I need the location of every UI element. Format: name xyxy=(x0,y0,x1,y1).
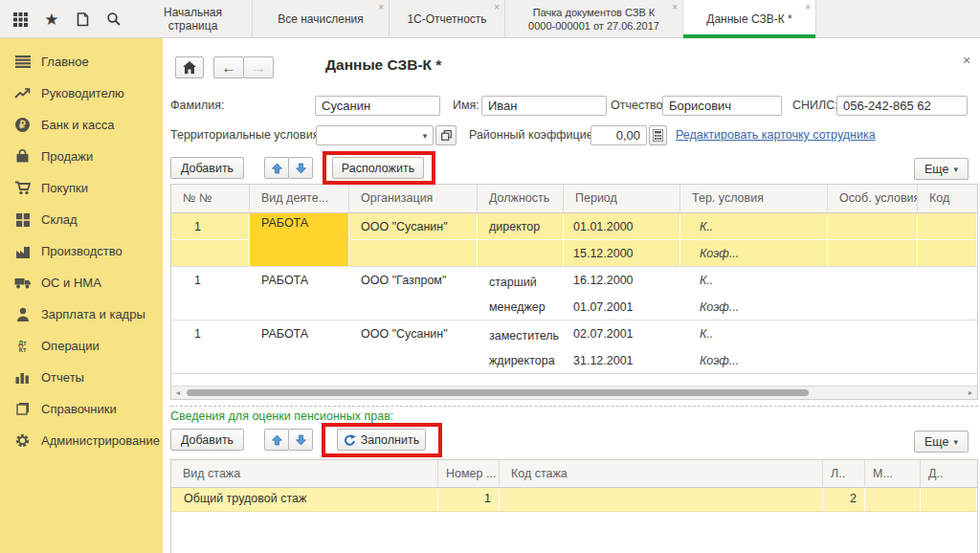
col-header-org[interactable]: Организация xyxy=(349,185,478,212)
territorial-combo[interactable]: ▾ xyxy=(316,125,434,145)
move-up-button[interactable] xyxy=(264,157,289,179)
table-row[interactable]: 1 РАБОТА ООО "Газпром" старший менеджер … xyxy=(171,267,977,321)
tab-1c-reporting[interactable]: 1С-Отчетность × xyxy=(390,0,505,38)
sidebar-item-rukovoditelyu[interactable]: Руководителю xyxy=(0,77,163,109)
sidebar-item-prodazhi[interactable]: Продажи xyxy=(0,141,163,172)
col-header-num[interactable]: № № xyxy=(171,185,250,212)
move-down-button[interactable] xyxy=(288,157,313,179)
territorial-open-button[interactable] xyxy=(435,125,457,145)
col-header-number[interactable]: Номер ... xyxy=(438,460,500,487)
sidebar-item-administrirovanie[interactable]: Администрирование xyxy=(0,425,163,456)
cell-period-start[interactable]: 02.07.2001 xyxy=(564,321,680,347)
cell-ter2[interactable]: Коэф... xyxy=(680,240,827,266)
cell-position[interactable]: директор xyxy=(478,213,563,240)
cell-num[interactable]: 1 xyxy=(171,267,250,294)
cell-period-start[interactable]: 16.12.2000 xyxy=(564,267,680,294)
cell-kind[interactable]: РАБОТА xyxy=(250,321,349,347)
sidebar-item-proizvodstvo[interactable]: Производство xyxy=(0,235,163,267)
tab-close-icon[interactable]: × xyxy=(494,3,500,12)
home-button[interactable] xyxy=(175,56,204,78)
cell-months[interactable] xyxy=(865,488,921,511)
add-button[interactable]: Добавить xyxy=(170,157,244,179)
cell-period-end[interactable]: 01.07.2001 xyxy=(564,294,680,320)
tab-close-icon[interactable]: × xyxy=(805,3,811,12)
col-header-position[interactable]: Должность xyxy=(478,185,564,212)
fill-button[interactable]: Заполнить xyxy=(337,429,426,451)
sidebar-item-spravochniki[interactable]: Справочники xyxy=(0,393,163,425)
firstname-field[interactable]: Иван xyxy=(481,96,607,116)
sidebar-item-operacii[interactable]: ДтКт Операции xyxy=(0,330,163,362)
lastname-field[interactable]: Сусанин xyxy=(315,96,440,116)
sidebar-item-pokupki[interactable]: Покупки xyxy=(0,172,163,204)
cell-kind-current[interactable]: РАБОТА xyxy=(250,213,348,266)
col-header-period[interactable]: Период xyxy=(564,185,680,212)
move-down-button-pension[interactable] xyxy=(288,429,313,451)
form-close-icon[interactable]: × xyxy=(963,54,970,67)
sidebar-item-glavnoe[interactable]: Главное xyxy=(0,46,163,77)
sidebar-item-bank-i-kassa[interactable]: ₽ Банк и касса xyxy=(0,109,163,141)
search-icon[interactable] xyxy=(103,9,124,30)
cell-position[interactable]: старший менеджер xyxy=(478,267,564,320)
horizontal-scrollbar[interactable]: ◂ ▸ xyxy=(171,386,977,399)
middlename-field[interactable]: Борисович xyxy=(662,96,782,116)
cell-period-end[interactable]: 31.12.2001 xyxy=(564,347,680,373)
cell-kind[interactable]: РАБОТА xyxy=(250,267,349,294)
edit-employee-card-link[interactable]: Редактировать карточку сотрудника xyxy=(676,125,876,145)
sidebar-item-zarplata-i-kadry[interactable]: Зарплата и кадры xyxy=(0,299,163,330)
sidebar-item-os-i-nma[interactable]: ОС и НМА xyxy=(0,267,163,299)
col-header-osob[interactable]: Особ. условия xyxy=(828,185,918,212)
cell-years[interactable]: 2 xyxy=(823,488,865,511)
scroll-right-icon[interactable]: ▸ xyxy=(964,387,977,399)
cell-ter1[interactable]: К.. xyxy=(680,321,828,347)
col-header-years[interactable]: Л.. xyxy=(823,460,865,487)
sidebar-item-otchety[interactable]: Отчеты xyxy=(0,362,163,393)
cell-period-end[interactable]: 15.12.2000 xyxy=(564,240,679,266)
cell-stage-code[interactable] xyxy=(500,488,823,511)
table-row[interactable]: 1 РАБОТА ООО "Сусанин" заместитель ждире… xyxy=(171,321,977,374)
table-row-selected[interactable]: Общий трудовой стаж 1 2 xyxy=(171,488,977,512)
col-header-kind[interactable]: Вид деяте... xyxy=(250,185,349,212)
cell-days[interactable] xyxy=(921,488,977,511)
tab-all-accruals[interactable]: Все начисления × xyxy=(253,0,390,38)
scroll-left-icon[interactable]: ◂ xyxy=(171,387,185,399)
tab-document-pack[interactable]: Пачка документов СЗВ К 0000-000001 от 27… xyxy=(505,0,683,38)
col-header-days[interactable]: Д.. xyxy=(921,460,977,487)
cell-period-start[interactable]: 01.01.2000 xyxy=(564,213,679,240)
tab-szvk-data[interactable]: Данные СЗВ-К * × xyxy=(683,0,816,38)
cell-org[interactable]: ООО "Газпром" xyxy=(349,267,478,294)
cell-number[interactable]: 1 xyxy=(438,488,500,511)
col-header-months[interactable]: М... xyxy=(865,460,921,487)
more-button-pension[interactable]: Еще ▾ xyxy=(914,431,969,453)
snils-field[interactable]: 056-242-865 62 xyxy=(836,96,968,116)
col-header-stage-kind[interactable]: Вид стажа xyxy=(171,460,438,487)
scrollbar-thumb[interactable] xyxy=(187,389,809,396)
sidebar-item-sklad[interactable]: Склад xyxy=(0,204,163,235)
cell-num[interactable]: 1 xyxy=(171,213,249,240)
tab-home-page[interactable]: Начальная страница xyxy=(134,0,253,38)
cell-position[interactable]: заместитель ждиректора xyxy=(478,321,564,373)
cell-num[interactable]: 1 xyxy=(171,321,250,347)
cell-stage-kind[interactable]: Общий трудовой стаж xyxy=(171,488,438,511)
history-icon[interactable] xyxy=(72,9,93,30)
cell-org[interactable]: ООО "Сусанин" xyxy=(349,321,478,347)
move-up-button-pension[interactable] xyxy=(264,429,289,451)
col-header-ter[interactable]: Тер. условия xyxy=(680,185,828,212)
cell-ter2[interactable]: Коэф... xyxy=(680,294,828,320)
menu-grid-icon[interactable] xyxy=(10,9,31,30)
col-header-kod[interactable]: Код xyxy=(918,185,977,212)
cell-ter1[interactable]: К.. xyxy=(680,267,828,294)
cell-ter1[interactable]: К.. xyxy=(680,213,827,240)
add-button-pension[interactable]: Добавить xyxy=(170,429,244,451)
calculator-icon[interactable] xyxy=(649,125,667,145)
forward-button[interactable]: → xyxy=(243,56,274,78)
col-header-stage-code[interactable]: Код стажа xyxy=(500,460,823,487)
cell-org[interactable]: ООО "Сусанин" xyxy=(349,213,477,240)
table-row-selected[interactable]: 1 РАБОТА ООО "Сусанин" директор 01.01.20… xyxy=(171,213,977,267)
favorites-star-icon[interactable]: ★ xyxy=(41,9,62,30)
tab-close-icon[interactable]: × xyxy=(672,3,678,12)
more-button[interactable]: Еще ▾ xyxy=(914,158,969,180)
arrange-button[interactable]: Расположить xyxy=(332,157,424,179)
district-coef-field[interactable]: 0,00 xyxy=(590,125,647,145)
back-button[interactable]: ← xyxy=(213,56,244,78)
chevron-down-icon[interactable]: ▾ xyxy=(417,131,433,141)
